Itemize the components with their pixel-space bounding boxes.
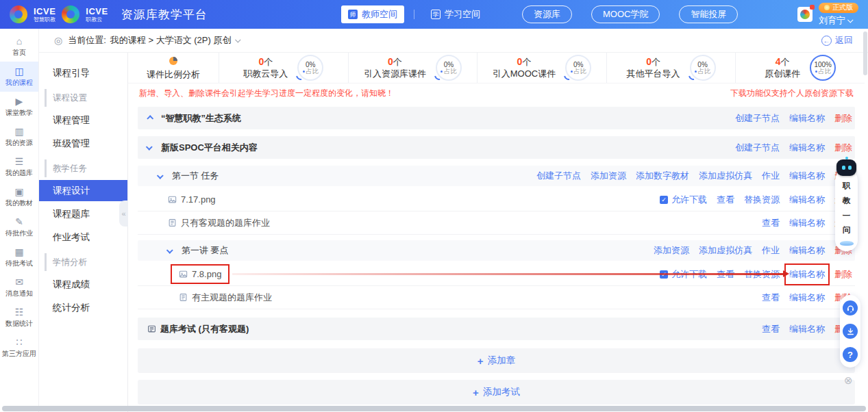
stat-label: 原创课件 xyxy=(765,68,800,79)
assistant-pill: 职教一问 xyxy=(835,169,858,251)
action-link[interactable]: 创建子节点 xyxy=(735,112,780,125)
action-link[interactable]: 编辑名称 xyxy=(789,268,825,281)
caret-down-icon[interactable] xyxy=(168,248,177,253)
analysis-label: 课件比例分析 xyxy=(147,68,200,81)
tree-row-file[interactable]: 有主观题的题库作业查看编辑名称删除 xyxy=(138,286,855,309)
action-link[interactable]: 创建子节点 xyxy=(536,170,581,182)
close-toolbar-icon[interactable]: ⊗ xyxy=(844,374,853,387)
sidebar-item-question-bank[interactable]: ☰我的题库 xyxy=(0,152,38,182)
smart-casting-button[interactable]: 智能投屏 xyxy=(679,5,738,23)
tree-row-section[interactable]: 第一讲 要点添加资源添加虚拟仿真作业编辑名称删除 xyxy=(138,240,855,261)
action-link[interactable]: 作业 xyxy=(762,170,780,182)
sidebar-item-resources[interactable]: ▥我的资源 xyxy=(0,122,38,152)
submenu-item[interactable]: 课程题库 xyxy=(39,203,127,224)
exam-review-icon: ▦ xyxy=(14,247,23,257)
action-link[interactable]: 编辑名称 xyxy=(789,194,825,206)
tree-row-label: 7.8.png xyxy=(192,269,221,279)
help-icon[interactable]: ? xyxy=(843,347,858,362)
action-link[interactable]: 创建子节点 xyxy=(735,142,780,154)
tree-row-file[interactable]: 7.8.png✓允许下载查看替换资源编辑名称删除 xyxy=(138,263,855,286)
submenu-section-label: 学情分析 xyxy=(45,253,127,271)
action-link[interactable]: 编辑名称 xyxy=(789,292,825,304)
stat-count: 0个 xyxy=(258,56,273,68)
sidebar-item-homework[interactable]: ✎待批作业 xyxy=(0,212,38,242)
action-link[interactable]: 查看 xyxy=(717,194,734,206)
action-link[interactable]: 替换资源 xyxy=(744,194,780,206)
sidebar-item-exam-review[interactable]: ▦待批考试 xyxy=(0,242,38,272)
sidebar-item-home[interactable]: ⌂首页 xyxy=(0,31,38,62)
mooc-academy-button[interactable]: MOOC学院 xyxy=(591,5,660,23)
action-delete[interactable]: 删除 xyxy=(834,142,852,154)
tree-row-exam[interactable]: 题库考试 (只有客观题)查看编辑名称删除 xyxy=(138,318,855,340)
tree-row-section[interactable]: 第一节 任务创建子节点添加资源添加数字教材添加虚拟仿真作业编辑名称删除 xyxy=(138,166,855,186)
submenu-item[interactable]: 作业考试 xyxy=(39,227,127,248)
action-link[interactable]: 添加数字教材 xyxy=(636,170,689,182)
allow-download-toggle[interactable]: ✓允许下载 xyxy=(660,194,707,206)
logo-text-zhijiaoyun: ICVE 职教云 xyxy=(86,7,108,23)
action-link[interactable]: 编辑名称 xyxy=(789,217,825,229)
tree-row-chapter[interactable]: “智慧职教”生态系统创建子节点编辑名称删除 xyxy=(138,107,855,129)
app-shortcut-icon[interactable] xyxy=(797,7,813,22)
chevron-down-icon[interactable] xyxy=(236,37,241,42)
action-link[interactable]: 查看 xyxy=(762,323,780,335)
tree-row-labelwrap: 新版SPOC平台相关内容 xyxy=(147,142,258,154)
action-link[interactable]: 编辑名称 xyxy=(789,142,825,154)
action-link[interactable]: 添加资源 xyxy=(654,244,689,257)
sidebar-item-courses[interactable]: ◫我的课程 xyxy=(0,62,38,92)
percent-sub: 占比 xyxy=(441,68,456,75)
action-link[interactable]: 编辑名称 xyxy=(789,244,825,257)
add-chapter-button[interactable]: +添加章 xyxy=(138,348,855,373)
submenu-item[interactable]: 课程设计 xyxy=(39,180,127,201)
logo-name: ICVE xyxy=(34,7,55,16)
tree-row-file[interactable]: 7.17.png✓允许下载查看替换资源编辑名称删除 xyxy=(138,188,855,211)
collapse-sidebar-handle[interactable]: « xyxy=(119,201,128,227)
action-link[interactable]: 添加资源 xyxy=(591,170,626,182)
action-delete[interactable]: 删除 xyxy=(834,112,852,125)
download-icon[interactable] xyxy=(843,324,858,339)
submenu-item[interactable]: 班级管理 xyxy=(39,133,127,154)
action-link[interactable]: 添加虚拟仿真 xyxy=(699,170,752,182)
resource-library-button[interactable]: 资源库 xyxy=(522,5,572,23)
vertical-scrollbar[interactable] xyxy=(863,31,867,75)
divider xyxy=(414,10,414,19)
submenu-item[interactable]: 课程管理 xyxy=(39,110,127,131)
tree-row-chapter[interactable]: 新版SPOC平台相关内容创建子节点编辑名称删除 xyxy=(138,136,855,159)
action-link[interactable]: 添加虚拟仿真 xyxy=(699,244,752,257)
teacher-space-button[interactable]: 师 教师空间 xyxy=(341,5,404,23)
submenu-item[interactable]: 统计分析 xyxy=(39,297,127,318)
sidebar-item-statistics[interactable]: ☷数据统计 xyxy=(0,302,38,333)
homework-icon: ✎ xyxy=(15,217,23,227)
action-delete[interactable]: 删除 xyxy=(834,268,852,281)
submenu-item[interactable]: 课程引导 xyxy=(39,62,127,83)
assistant-label-char: 职 xyxy=(843,180,851,192)
learning-space-button[interactable]: 学 学习空间 xyxy=(424,5,487,23)
action-link[interactable]: 作业 xyxy=(762,244,780,257)
submenu-item[interactable]: 课程成绩 xyxy=(39,274,127,295)
caret-up-icon[interactable] xyxy=(147,116,157,120)
breadcrumb-path[interactable]: 我的课程 > 大学语文 (2P) 原创 xyxy=(110,34,232,47)
caret-down-icon[interactable] xyxy=(158,174,168,179)
sidebar-item-textbook[interactable]: ▣我的教材 xyxy=(0,182,38,212)
sidebar-item-classroom[interactable]: ▶课堂教学 xyxy=(0,92,38,122)
horizontal-scrollbar[interactable] xyxy=(2,406,866,411)
action-link[interactable]: 编辑名称 xyxy=(789,170,825,182)
sidebar-item-label: 第三方应用 xyxy=(2,349,36,359)
learning-space-label: 学习空间 xyxy=(445,8,480,21)
customer-service-icon[interactable] xyxy=(843,300,858,316)
user-menu[interactable]: 刘育宁 xyxy=(819,14,853,27)
action-link[interactable]: 编辑名称 xyxy=(789,323,825,335)
percent-sub: 占比 xyxy=(303,68,319,75)
classroom-icon: ▶ xyxy=(16,96,23,106)
sidebar-item-apps[interactable]: ∷第三方应用 xyxy=(0,333,38,363)
tree-row-file[interactable]: 只有客观题的题库作业查看编辑名称删除 xyxy=(138,211,855,235)
resources-icon: ▥ xyxy=(14,127,23,136)
action-link[interactable]: 查看 xyxy=(762,217,780,229)
assistant-widget[interactable]: 职教一问 xyxy=(835,159,858,251)
back-button[interactable]: ← 返回 xyxy=(821,34,853,47)
sidebar-item-message[interactable]: ✉消息通知 xyxy=(0,272,38,302)
action-link[interactable]: 编辑名称 xyxy=(789,112,825,125)
action-link[interactable]: 查看 xyxy=(762,292,780,304)
course-tree: “智慧职教”生态系统创建子节点编辑名称删除新版SPOC平台相关内容创建子节点编辑… xyxy=(128,103,865,404)
add-exam-button[interactable]: +添加考试 xyxy=(138,380,855,404)
caret-down-icon[interactable] xyxy=(147,145,157,150)
